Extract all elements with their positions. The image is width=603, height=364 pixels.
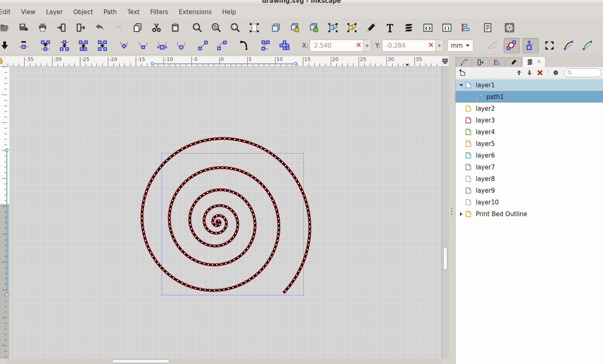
menu-extensions[interactable]: Extensions [174,6,217,19]
open-button[interactable] [0,20,13,35]
import-button[interactable] [53,20,69,35]
raise-button[interactable] [514,68,524,78]
multi-path-edit-button[interactable] [276,38,292,53]
node-smooth-button[interactable] [135,38,151,53]
close-tab-icon[interactable] [536,58,542,66]
menu-view[interactable]: View [16,6,41,19]
nodes-join-segment-button[interactable] [75,38,91,53]
export-button[interactable] [72,20,88,35]
add-layer-button[interactable] [457,68,468,78]
y-coordinate-field-spinner[interactable] [436,40,443,52]
menu-text[interactable]: Text [122,6,145,19]
node-insert-button[interactable] [0,38,13,53]
panel-resize-gutter[interactable] [449,56,455,364]
tree-item-layer-layer1[interactable]: layer1 [456,79,603,91]
segment-curve-button[interactable] [214,38,230,53]
segment-line-button[interactable] [195,38,211,53]
settings-button[interactable] [550,68,561,78]
tab-export[interactable] [473,57,488,67]
unit-dropdown[interactable]: mm [448,40,473,52]
tab-path-effects[interactable] [456,57,472,67]
tab-fill-stroke[interactable] [506,57,521,67]
horizontal-ruler[interactable]: -35-30-25-20-15-10-505101520253035 [6,56,441,67]
y-coordinate-field-input[interactable]: -0.284 [382,40,436,52]
show-path-outline-button[interactable] [504,38,520,53]
cms-toggle[interactable] [441,56,449,67]
zoom-selection-button[interactable] [189,20,205,35]
tree-item-label: layer5 [476,140,495,147]
cut-button[interactable] [148,20,164,35]
align-distribute-button[interactable] [458,20,474,35]
tree-item-layer-layer5[interactable]: layer5 [456,138,603,149]
xml-editor-button[interactable] [420,20,436,35]
node-auto-button[interactable] [173,38,189,53]
tab-objects[interactable] [522,56,546,67]
tree-item-layer-layer7[interactable]: layer7 [456,161,603,173]
preferences-button[interactable] [501,20,517,35]
edit-clipping-paths-button[interactable] [561,38,577,53]
nodes-join-button[interactable] [37,38,53,53]
document-properties-button[interactable] [479,20,496,35]
nodes-delete-segment-button[interactable] [94,38,110,53]
clone-button[interactable] [287,20,303,35]
lock-guides-corner[interactable] [0,56,6,67]
zoom-page-width-button[interactable] [246,20,262,35]
undo-button[interactable] [91,20,107,35]
menu-help[interactable]: Help [217,6,241,19]
tree-item-layer-layer3[interactable]: layer3 [456,114,603,126]
nodes-break-button[interactable] [56,38,72,53]
tree-item-layer-layer2[interactable]: layer2 [456,103,603,114]
object-properties-button[interactable] [439,20,455,35]
lower-button[interactable] [524,68,535,78]
node-corner-button[interactable] [116,38,132,53]
vertical-scrollbar[interactable] [441,67,449,359]
edit-masks-button[interactable] [580,38,596,53]
object-to-path-button[interactable] [235,38,252,53]
node-symmetric-button[interactable] [154,38,170,53]
ungroup-button[interactable] [344,20,360,35]
menu-edit[interactable]: Edit [0,6,16,19]
expander-closed-icon [460,212,462,216]
duplicate-button[interactable] [268,20,284,35]
x-coordinate-field-input[interactable]: 2.540 [310,40,363,52]
tree-item-layer-print-bed-outline[interactable]: Print Bed Outline [456,208,603,220]
unlink-clone-button[interactable] [306,20,322,35]
show-transform-handles-button[interactable] [542,38,558,53]
horizontal-scrollbar-thumb[interactable] [112,359,170,363]
menu-path[interactable]: Path [98,6,122,19]
path-effects-button[interactable] [257,38,273,53]
vertical-ruler[interactable] [0,67,9,359]
drawing-canvas[interactable] [9,67,441,359]
save-button[interactable] [15,20,32,35]
tree-item-layer-layer10[interactable]: layer10 [456,196,603,208]
show-bezier-handles-button[interactable] [523,38,539,53]
zoom-drawing-button[interactable] [208,20,224,35]
tree-item-layer-layer8[interactable]: layer8 [456,173,603,185]
layers-button[interactable] [401,20,417,35]
tree-item-path-path1[interactable]: path1 [456,91,603,103]
tree-item-layer-layer9[interactable]: layer9 [456,185,603,196]
search-input[interactable] [574,69,595,76]
expander-toggle[interactable] [457,212,465,216]
group-button[interactable] [325,20,341,35]
node-delete-button[interactable] [15,38,32,53]
menu-object[interactable]: Object [68,6,99,19]
menu-filters[interactable]: Filters [145,6,174,19]
tab-align-distribute[interactable] [489,57,505,67]
paste-button[interactable] [167,20,183,35]
horizontal-scrollbar[interactable] [6,359,441,364]
vertical-scrollbar-thumb[interactable] [443,247,448,270]
expander-toggle[interactable] [457,84,465,86]
print-button[interactable] [34,20,50,35]
clear-value-icon[interactable] [356,42,361,49]
delete-item-button[interactable] [535,68,545,78]
text-button[interactable] [382,20,398,35]
tree-item-layer-layer6[interactable]: layer6 [456,149,603,161]
zoom-page-button[interactable] [227,20,243,35]
menu-layer[interactable]: Layer [41,6,68,19]
copy-button[interactable] [129,20,145,35]
clear-value-icon[interactable] [428,42,434,49]
fill-stroke-button[interactable] [363,20,379,35]
x-coordinate-field-spinner[interactable] [363,40,371,52]
tree-item-layer-layer4[interactable]: layer4 [456,126,603,138]
